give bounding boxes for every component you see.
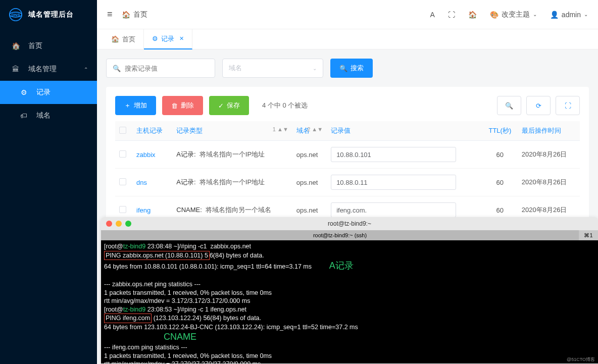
expand-icon: ⛶: [565, 102, 571, 110]
cell-host: zabbix: [132, 141, 172, 169]
palette-icon: 🎨: [490, 11, 499, 19]
col-updated[interactable]: 最后操作时间: [518, 121, 580, 141]
search-icon-button[interactable]: 🔍: [497, 96, 521, 115]
expand-button[interactable]: ⛶: [556, 96, 580, 115]
chevron-down-icon: ⌄: [584, 12, 588, 17]
top-home-icon[interactable]: 🏠: [468, 11, 477, 19]
row-checkbox[interactable]: [119, 150, 126, 158]
expand-icon: ⛶: [448, 11, 455, 19]
cell-host: dns: [132, 169, 172, 196]
tag-icon: 🏷: [19, 112, 28, 120]
user-label: admin: [562, 11, 581, 19]
trash-icon: 🗑: [171, 102, 178, 110]
search-button[interactable]: 🔍 搜索: [330, 59, 373, 78]
cell-domain: ops.net: [292, 169, 327, 196]
gear-icon: ⚙: [152, 35, 158, 42]
sidebar-item-domains[interactable]: 🏷 域名: [0, 104, 97, 127]
terminal-tab[interactable]: root@tz-bind9:~ (ssh): [101, 230, 579, 240]
sidebar-item-records[interactable]: ⚙ 记录: [0, 81, 97, 104]
annotation-a-record: A记录: [329, 261, 354, 271]
col-domain[interactable]: 域名2 ▲▼: [292, 121, 327, 141]
tab-records[interactable]: ⚙ 记录 ✕: [144, 29, 192, 49]
sidebar-item-label: 域名管理: [28, 65, 57, 74]
hamburger-icon[interactable]: ≡: [107, 9, 113, 20]
check-icon: ✓: [218, 102, 224, 110]
search-icon: 🔍: [339, 65, 347, 72]
logo-text: 域名管理后台: [28, 10, 74, 19]
sidebar-item-domain-mgmt[interactable]: 🏛 域名管理 ⌃: [0, 58, 97, 81]
record-value-input[interactable]: [331, 175, 456, 190]
refresh-icon: ⟳: [536, 102, 541, 110]
fullscreen-toggle[interactable]: ⛶: [448, 11, 455, 19]
font-size-toggle[interactable]: A: [430, 11, 435, 19]
delete-button[interactable]: 🗑 删除: [162, 96, 203, 115]
cell-updated: 2020年8月26日: [518, 169, 580, 196]
terminal-tab-shortcut: ⌘1: [579, 232, 598, 239]
row-checkbox[interactable]: [119, 178, 126, 185]
cell-updated: 2020年8月26日: [518, 141, 580, 169]
theme-switch[interactable]: 🎨 改变主题 ⌄: [490, 10, 537, 19]
bank-icon: 🏛: [11, 65, 20, 73]
sidebar-item-label: 记录: [36, 88, 51, 97]
home-icon: 🏠: [111, 35, 119, 43]
logo: DNS 域名管理后台: [0, 0, 97, 29]
terminal-tabbar: root@tz-bind9:~ (ssh) ⌘1: [101, 230, 598, 240]
sidebar-item-label: 域名: [36, 111, 51, 120]
topbar: ≡ 🏠 首页 A ⛶ 🏠 🎨 改变主题 ⌄ 👤 admin ⌄: [97, 0, 598, 29]
sidebar-item-label: 首页: [28, 41, 42, 50]
tabs: 🏠 首页 ⚙ 记录 ✕: [97, 29, 598, 49]
cell-type: A记录: 将域名指向一个IP地址: [172, 141, 292, 169]
terminal-window: root@tz-bind9:~ root@tz-bind9:~ (ssh) ⌘1…: [101, 217, 598, 364]
cell-domain: ops.net: [292, 141, 327, 169]
col-value[interactable]: 记录值: [327, 121, 482, 141]
add-label: 增加: [134, 101, 147, 110]
cell-ttl: 60: [482, 169, 518, 196]
terminal-body[interactable]: [root@tz-bind9 23:08:48 ~]/#ping -c1 zab…: [101, 240, 598, 363]
terminal-titlebar: root@tz-bind9:~: [101, 217, 598, 230]
search-input-wrapper: 🔍: [106, 59, 215, 78]
col-host[interactable]: 主机记录: [132, 121, 172, 141]
user-menu[interactable]: 👤 admin ⌄: [550, 11, 588, 19]
annotation-cname: CNAME: [164, 332, 196, 342]
plus-icon: ＋: [124, 101, 131, 110]
col-type[interactable]: 记录类型1 ▲▼: [172, 121, 292, 141]
sidebar-item-home[interactable]: 🏠 首页: [0, 34, 97, 58]
chevron-down-icon: ⌄: [313, 66, 317, 71]
close-icon[interactable]: ✕: [179, 35, 184, 42]
save-label: 保存: [227, 101, 240, 110]
table-row[interactable]: dnsA记录: 将域名指向一个IP地址ops.net602020年8月26日: [115, 169, 580, 196]
table-row[interactable]: zabbixA记录: 将域名指向一个IP地址ops.net602020年8月26…: [115, 141, 580, 169]
watermark: @51CTO博客: [567, 356, 595, 363]
theme-label: 改变主题: [502, 10, 530, 19]
domain-select[interactable]: 域名 ⌄: [222, 59, 323, 78]
gear-icon: ⚙: [19, 88, 28, 96]
tab-label: 首页: [122, 35, 135, 44]
tab-home[interactable]: 🏠 首页: [103, 29, 144, 49]
selection-count: 4 个中 0 个被选: [262, 101, 308, 110]
row-checkbox[interactable]: [119, 206, 126, 213]
font-icon: A: [430, 11, 435, 19]
top-home-link[interactable]: 🏠 首页: [122, 10, 147, 19]
home-icon: 🏠: [468, 11, 477, 19]
tab-label: 记录: [161, 34, 174, 43]
top-home-label: 首页: [133, 10, 147, 19]
add-button[interactable]: ＋ 增加: [115, 96, 156, 115]
chevron-up-icon: ⌃: [84, 67, 88, 72]
record-value-input[interactable]: [331, 202, 456, 218]
search-button-label: 搜索: [351, 64, 364, 73]
record-value-input[interactable]: [331, 147, 456, 162]
col-ttl[interactable]: TTL(秒): [482, 121, 518, 141]
home-icon: 🏠: [11, 42, 20, 50]
terminal-title: root@tz-bind9:~: [101, 220, 598, 227]
save-button[interactable]: ✓ 保存: [209, 96, 249, 115]
select-all-checkbox[interactable]: [119, 127, 126, 134]
svg-text:DNS: DNS: [11, 13, 20, 17]
user-icon: 👤: [550, 11, 559, 19]
search-input[interactable]: [125, 65, 210, 72]
logo-icon: DNS: [9, 8, 22, 21]
search-icon: 🔍: [505, 102, 513, 110]
search-icon: 🔍: [113, 65, 121, 72]
domain-placeholder: 域名: [229, 64, 242, 73]
refresh-button[interactable]: ⟳: [526, 96, 551, 115]
chevron-down-icon: ⌄: [533, 12, 537, 17]
